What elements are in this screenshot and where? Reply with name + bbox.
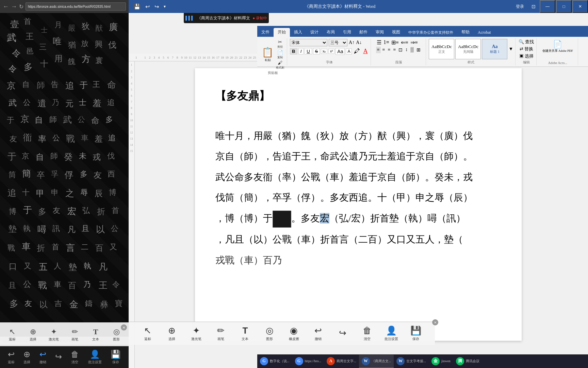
refresh-icon[interactable]: ↻: [19, 3, 23, 10]
highlight-btn[interactable]: 🖍: [353, 47, 361, 55]
tab-acrobat[interactable]: Acrobat: [474, 29, 495, 37]
align-justify-btn[interactable]: ≡: [392, 47, 397, 53]
line-spacing-btn[interactable]: ↕: [404, 47, 409, 53]
tab-chinese-lib[interactable]: 中华字库办公套件支持软件: [404, 29, 457, 37]
taskbar-word-1[interactable]: W 《商周古文...: [359, 355, 394, 368]
tab-mailings[interactable]: 邮件: [355, 28, 372, 37]
taskbar-chrome-1[interactable]: G 数字化（说...: [257, 355, 292, 368]
close-btn[interactable]: ✕: [572, 0, 588, 13]
taskbar-redo-mobile-btn[interactable]: ↪: [55, 352, 62, 362]
taskbar-word-2[interactable]: W 古文字考据...: [394, 355, 429, 368]
char-format-btn[interactable]: A: [346, 48, 352, 55]
tab-references[interactable]: 引用: [339, 28, 355, 37]
minimize-btn[interactable]: —: [540, 0, 555, 13]
distributed-btn[interactable]: ⊡: [397, 47, 404, 53]
select-btn[interactable]: ▣ 选择: [519, 53, 534, 59]
taskbar-clear-mobile-btn[interactable]: 🗑 清空: [71, 350, 79, 365]
save-tool-btn[interactable]: 💾 保存: [407, 325, 425, 341]
style-heading1[interactable]: Aa 标题 1: [482, 39, 507, 59]
taskbar-chrome-2[interactable]: G https://bro...: [292, 355, 324, 368]
format-painter-btn[interactable]: 🖌格式刷: [275, 60, 285, 70]
document-area[interactable]: 【多友鼎】 唯十月，用嚴（猶）餽（狄）放（方）猷（興），寰（廣）伐 京自（師），…: [129, 61, 588, 348]
taskbar-home-btn[interactable]: ↩ 返标: [8, 350, 15, 365]
align-left-btn[interactable]: ≡: [376, 47, 381, 53]
float-toolbar-close[interactable]: ✕: [121, 324, 127, 331]
eraser-tool-btn[interactable]: ◉ 橡皮擦: [284, 325, 303, 341]
tab-design[interactable]: 设计: [306, 28, 323, 37]
pen-tool-btn[interactable]: ✏ 画笔: [211, 325, 230, 341]
ribbon-tabs[interactable]: 文件 开始 插入 设计 布局 引用 邮件 审阅 视图 中华字库办公套件支持软件 …: [257, 26, 588, 37]
tab-review[interactable]: 审阅: [372, 28, 388, 37]
float-select-btn[interactable]: ⊕ 选择: [24, 327, 42, 342]
tab-insert[interactable]: 插入: [290, 28, 306, 37]
superscript-btn[interactable]: x²: [328, 49, 334, 54]
style-normal[interactable]: AaBbCcDc 正文: [429, 39, 454, 59]
back-icon[interactable]: ←: [3, 3, 9, 10]
align-center-btn[interactable]: ≡: [381, 47, 386, 53]
taskbar-jinwen[interactable]: 金 jinwen: [429, 355, 453, 368]
tab-file[interactable]: 文件: [257, 28, 274, 37]
undo-tool-btn[interactable]: ↩ 撤销: [309, 325, 328, 341]
tab-help[interactable]: 帮助: [457, 28, 474, 37]
copy-btn[interactable]: 📄复制: [275, 49, 285, 60]
tab-home[interactable]: 开始: [274, 28, 290, 37]
toolbar-close-btn[interactable]: ✕: [432, 319, 438, 325]
taskbar-save-mobile-btn[interactable]: 💾 保存: [111, 350, 121, 365]
numbering-btn[interactable]: 1≡: [383, 39, 390, 46]
tab-view[interactable]: 视图: [388, 28, 404, 37]
increase-indent-btn[interactable]: ⇒≡: [410, 39, 419, 46]
multilevel-btn[interactable]: ⊞≡: [391, 39, 399, 46]
float-pointer-btn[interactable]: ↖ 返标: [4, 327, 21, 342]
underline-btn[interactable]: U: [305, 48, 312, 55]
customize-btn[interactable]: ▾: [162, 4, 167, 9]
redo-tool-btn[interactable]: ↪: [333, 328, 352, 339]
restore-btn[interactable]: ⊡: [528, 2, 539, 11]
taskbar-acrobat[interactable]: A 商周古文字...: [324, 355, 359, 368]
subscript-btn[interactable]: x₂: [321, 49, 327, 54]
taskbar-undo-mobile-btn[interactable]: ↩ 撤销: [39, 350, 46, 365]
decrease-font-icon[interactable]: A↓: [356, 40, 362, 45]
laser-tool-btn[interactable]: ✦ 激光笔: [187, 325, 206, 341]
float-laser-btn[interactable]: ✦ 激光笔: [45, 327, 62, 342]
taskbar-tencent-meeting[interactable]: 腾 腾讯会议: [453, 355, 482, 368]
shading-btn[interactable]: ▒: [409, 47, 415, 53]
align-right-btn[interactable]: ≡: [387, 47, 392, 53]
border-btn[interactable]: ⊞: [415, 47, 422, 53]
italic-btn[interactable]: I: [298, 48, 304, 55]
undo-quick-btn[interactable]: ↩: [144, 3, 151, 10]
save-quick-btn[interactable]: 💾: [132, 3, 142, 10]
taskbar-select-btn[interactable]: ⊕ 选择: [23, 350, 30, 365]
paste-btn[interactable]: 📋 粘贴: [261, 46, 275, 63]
font-selector[interactable]: 宋体: [290, 39, 327, 46]
font-size-selector[interactable]: 三号: [329, 39, 347, 46]
replace-btn[interactable]: ⇄ 替换: [520, 46, 533, 52]
shape-tool-btn[interactable]: ◎ 图形: [260, 325, 279, 341]
font-color-btn[interactable]: A: [362, 47, 369, 55]
address-bar[interactable]: [26, 2, 126, 11]
float-pen-btn[interactable]: ✏ 画笔: [66, 327, 83, 342]
forward-icon[interactable]: →: [11, 3, 17, 10]
profile-btn[interactable]: 登录: [512, 2, 527, 11]
redo-quick-btn[interactable]: ↪: [153, 3, 161, 10]
save-mobile-icon: 💾: [111, 350, 121, 359]
clear-tool-btn[interactable]: 🗑 清空: [358, 325, 376, 341]
style-no-spacing[interactable]: AaBbCcDc 无间隔: [455, 39, 481, 59]
maximize-btn[interactable]: □: [556, 0, 572, 13]
bold-btn[interactable]: B: [290, 48, 297, 55]
text-tool-btn[interactable]: T 文本: [236, 325, 255, 341]
clear-format-btn[interactable]: Aa: [336, 48, 345, 55]
styles-more-btn[interactable]: ▼: [508, 46, 513, 52]
create-pdf-btn[interactable]: 📄 创建并共享 Adobe PDF: [541, 39, 575, 54]
taskbar-annotate-btn[interactable]: 👤 批注设置: [88, 350, 102, 365]
cut-btn[interactable]: ✂剪切: [275, 39, 285, 49]
select-tool-btn[interactable]: ⊕ 选择: [163, 325, 181, 341]
bullets-btn[interactable]: ☰: [376, 39, 382, 46]
increase-font-icon[interactable]: A↑: [349, 40, 355, 45]
pointer-tool-btn[interactable]: ↖ 返标: [138, 325, 157, 341]
decrease-indent-btn[interactable]: ⇐≡: [400, 39, 409, 46]
annotation-settings-btn[interactable]: 👤 批注设置: [382, 325, 401, 341]
strikethrough-btn[interactable]: S̶: [313, 48, 320, 55]
find-btn[interactable]: 🔍 查找: [519, 39, 534, 45]
tab-layout[interactable]: 布局: [323, 28, 339, 37]
float-text-btn[interactable]: T 文本: [87, 327, 104, 342]
